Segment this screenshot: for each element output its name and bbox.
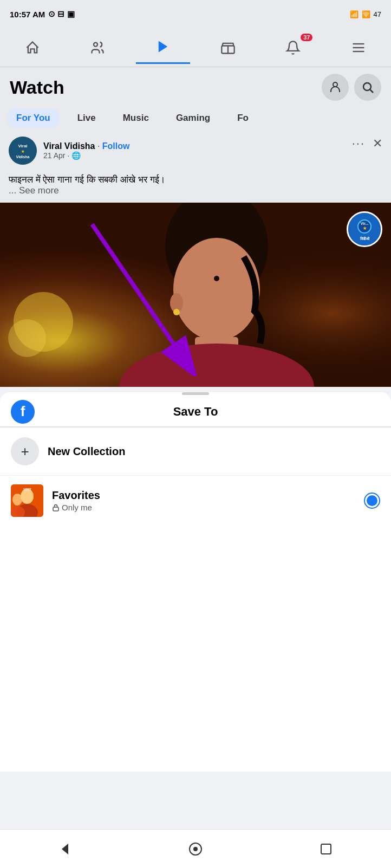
favorites-info: Favorites Only me [52,489,355,512]
caption-text: फाइनल में ऐसा गाना गई कि सबकी आंखे भर गई… [9,174,165,185]
svg-text:विडीओ: विडीओ [360,236,370,241]
post-user: Viral ★ Vidisha Viral Vidisha · Follow 2… [9,137,129,165]
search-button[interactable] [354,74,381,101]
favorites-name: Favorites [52,489,355,502]
svg-point-16 [8,319,46,357]
avatar: Viral ★ Vidisha [9,137,37,165]
tab-gaming[interactable]: Gaming [166,108,220,128]
video-thumbnail[interactable]: Vir... ★ विडीओ [0,203,391,387]
svg-point-6 [333,82,337,87]
svg-text:Viral: Viral [18,144,27,148]
selected-radio[interactable] [364,493,380,509]
see-more-button[interactable]: ... See more [9,185,59,196]
channel-watermark: Vir... ★ विडीओ [347,211,382,247]
post-date: 21 Apr · 🌐 [43,151,129,160]
watch-title: Watch [10,77,64,98]
svg-text:f: f [21,403,25,419]
wifi-icon: 🛜 [362,10,370,18]
time-display: 10:57 AM [10,10,45,19]
nav-home[interactable] [5,31,60,64]
sheet-header: f Save To [0,395,391,427]
bottom-android-nav [0,829,391,868]
svg-rect-39 [53,507,58,511]
post-username: Viral Vidisha · Follow [43,141,129,151]
home-button[interactable] [174,835,217,863]
facebook-icon: f [11,400,35,424]
svg-text:★: ★ [21,150,25,153]
svg-text:भारत: भारत [23,487,31,492]
tabs-bar: For You Live Music Gaming Fo [0,105,391,131]
close-post-button[interactable]: ✕ [373,137,382,151]
profile-button[interactable] [322,74,349,101]
nav-marketplace[interactable] [201,31,255,64]
plus-icon: + [11,437,39,465]
bottom-sheet: f Save To + New Collection भारत Favorite… [0,392,391,772]
watch-header: Watch [0,67,391,105]
new-collection-label: New Collection [48,445,125,458]
new-collection-button[interactable]: + New Collection [0,427,391,476]
svg-line-8 [370,90,374,93]
tab-live[interactable]: Live [68,108,106,128]
nav-watch[interactable] [136,31,190,64]
watch-header-icons [322,74,381,101]
back-button[interactable] [43,835,87,863]
status-time: 10:57 AM ⊙ ⊟ ▣ [10,9,75,19]
status-bar: 10:57 AM ⊙ ⊟ ▣ 📶 🛜 47 [0,0,391,28]
svg-point-42 [193,847,198,851]
more-options-button[interactable]: ··· [352,137,365,151]
svg-text:Vir...: Vir... [361,222,369,225]
post-caption: फाइनल में ऐसा गाना गई कि सबकी आंखे भर गई… [0,170,391,203]
post-header: Viral ★ Vidisha Viral Vidisha · Follow 2… [0,131,391,170]
svg-marker-1 [159,41,167,53]
svg-rect-43 [321,844,331,854]
nav-notifications[interactable]: 37 [266,31,320,64]
tab-music[interactable]: Music [113,108,159,128]
svg-text:★: ★ [363,226,367,231]
svg-point-36 [12,494,22,506]
post-actions: ··· ✕ [352,137,382,151]
svg-text:Vidisha: Vidisha [16,155,30,159]
recents-button[interactable] [304,835,348,863]
svg-point-7 [363,83,371,90]
post-follow[interactable]: Follow [102,141,130,151]
svg-point-0 [94,42,97,46]
status-icons-left: ⊙ ⊟ ▣ [48,9,74,19]
svg-point-19 [214,276,219,281]
tab-for-you[interactable]: For You [6,108,60,128]
privacy-label: Only me [62,503,92,512]
radio-inner [367,495,377,506]
video-background: Vir... ★ विडीओ [0,203,391,387]
sheet-title: Save To [173,405,218,419]
favorites-item[interactable]: भारत Favorites Only me [0,476,391,526]
svg-point-21 [173,309,180,315]
svg-point-18 [173,238,260,341]
nav-bar: 37 [0,28,391,67]
status-icons-right: 📶 🛜 47 [350,10,381,18]
post-meta: Viral Vidisha · Follow 21 Apr · 🌐 [43,141,129,160]
battery-icon: 47 [374,10,381,18]
notification-badge: 37 [301,34,312,41]
signal-icon: 📶 [350,10,359,18]
nav-menu[interactable] [331,31,386,64]
favorites-thumbnail: भारत [11,484,43,517]
tab-fo[interactable]: Fo [227,108,258,128]
nav-friends[interactable] [70,31,125,64]
favorites-privacy: Only me [52,503,355,512]
svg-marker-40 [62,844,68,854]
